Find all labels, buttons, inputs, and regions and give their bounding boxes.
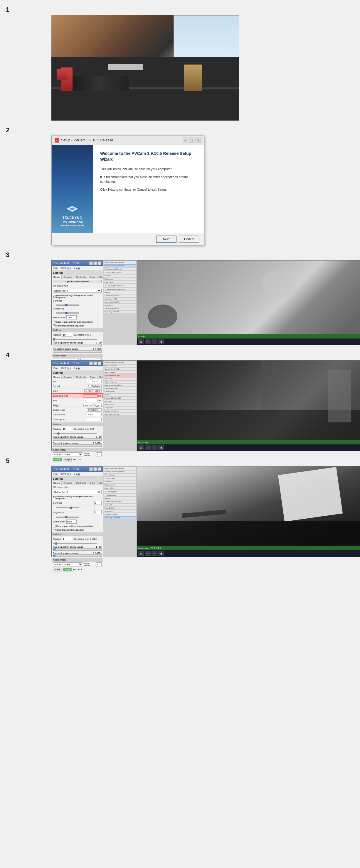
pvcam-menu-5[interactable]: File Settings Help	[52, 472, 103, 477]
taskbar-chrome-icon-5[interactable]: ◉	[158, 551, 164, 556]
contrast-slider-5[interactable]	[56, 507, 79, 508]
tab-centroids-5[interactable]: Centroids	[74, 481, 88, 485]
next-button[interactable]: Next	[156, 236, 176, 243]
acq-mode-select-5[interactable]: Live (circ. buffer)	[53, 562, 83, 566]
tab-centroids-4[interactable]: Centroids	[74, 375, 88, 379]
pvcam-tabs-4[interactable]: Basic Regions Centroids Color Saving Dis…	[52, 375, 103, 379]
pvcam-maximize-5[interactable]: □	[93, 467, 97, 471]
buffer-slider-row-4[interactable]	[52, 432, 103, 435]
contrast-slider-row-5[interactable]	[52, 506, 103, 509]
open-param-btn-3[interactable]: Open Parameter Browser	[53, 280, 102, 283]
clear-cycles-input-4[interactable]	[87, 418, 102, 421]
menu-help-4[interactable]: Help	[73, 366, 81, 370]
pvcam-close-3[interactable]: ✕	[98, 261, 101, 265]
exposure-input-4[interactable]	[83, 394, 98, 398]
maximize-button[interactable]: □	[189, 137, 194, 143]
buffer-slider-row-5[interactable]	[52, 541, 103, 545]
snap-frames-input-5[interactable]	[96, 562, 102, 566]
minimize-button[interactable]: −	[183, 137, 188, 143]
brightness-input-5[interactable]	[94, 510, 102, 514]
pvcam-tabs-3[interactable]: Basic Regions Centroids Color Saving Dis…	[52, 275, 103, 279]
auto-adjust-cb-5[interactable]: ✓	[53, 496, 55, 499]
brightness-slider-3[interactable]	[56, 312, 79, 314]
pvcam-menu-3[interactable]: File Settings Help	[52, 266, 103, 271]
menu-help-3[interactable]: Help	[73, 266, 81, 270]
fill-image-value-row-5[interactable]: Nothing (no fill)	[52, 489, 103, 495]
close-button[interactable]: ✕	[196, 137, 201, 143]
zoom-input-3[interactable]	[66, 315, 77, 319]
brightness-slider-row-5[interactable]	[52, 515, 103, 519]
zoom-input-5[interactable]	[66, 520, 77, 524]
pvcam-minimize-3[interactable]: −	[89, 261, 93, 265]
acq-mode-row-4[interactable]: Live (circ. buffer) Snap frames	[52, 452, 103, 457]
acq-btn-row-5[interactable]: Start Stop FPS: 34.9	[52, 567, 103, 572]
pvcam-titlebar-controls-5[interactable]: − □ ✕	[89, 467, 101, 471]
taskbar-chrome-icon-4[interactable]: ◉	[158, 445, 164, 450]
stop-btn-5[interactable]: Stop	[63, 568, 72, 571]
tab-regions-3[interactable]: Regions	[62, 275, 74, 279]
fill-image-select-3[interactable]: Nothing (no fill)	[53, 289, 102, 293]
show-image-cb-5[interactable]: ✓	[53, 529, 55, 531]
taskbar-start-icon-3[interactable]: ⊞	[138, 339, 144, 344]
pvcam-titlebar-controls-3[interactable]: − □ ✕	[89, 261, 101, 265]
cancel-button[interactable]: Cancel	[179, 236, 199, 243]
pvcam-minimize-5[interactable]: −	[89, 467, 93, 471]
tab-basic-3[interactable]: Basic	[52, 275, 62, 279]
exposure-row-4[interactable]: Exposure time ms	[52, 393, 103, 398]
frames-input-3[interactable]	[62, 333, 72, 337]
pvcam-maximize-3[interactable]: □	[93, 261, 97, 265]
taskbar-app-icon-4[interactable]: P	[145, 445, 150, 450]
menu-settings-5[interactable]: Settings	[60, 472, 72, 476]
taskbar-chrome-icon-3[interactable]: ◉	[158, 339, 164, 344]
buffer-slider-5[interactable]	[53, 543, 96, 544]
keep-regions-row-3[interactable]: ✓ Keep regions outlined during acquisiti…	[52, 320, 103, 324]
taskbar-app2-icon-5[interactable]: P	[151, 551, 157, 556]
menu-settings-3[interactable]: Settings	[60, 266, 72, 270]
acq-mode-select-4[interactable]: Live (circ. buffer)	[53, 452, 83, 457]
keep-regions-cb-5[interactable]: ✓	[53, 525, 55, 527]
snap-frames-input-4[interactable]	[96, 452, 102, 457]
show-image-cb-3[interactable]: ✓	[53, 324, 55, 327]
buffer-slider-row-3[interactable]	[52, 337, 103, 341]
brightness-slider-row-3[interactable]	[52, 311, 103, 315]
key-input-4[interactable]	[83, 399, 98, 402]
acq-mode-row-5[interactable]: Live (circ. buffer) Snap frames	[52, 562, 103, 567]
contrast-slider-3[interactable]	[56, 305, 79, 306]
titlebar-controls[interactable]: − □ ✕	[183, 137, 201, 143]
open-param-row-3[interactable]: Open Parameter Browser	[52, 279, 103, 284]
keep-regions-cb-3[interactable]: ✓	[53, 321, 55, 323]
brightness-slider-5[interactable]	[56, 517, 79, 518]
auto-adjust-cb-3[interactable]: ✓	[53, 295, 55, 298]
tab-regions-5[interactable]: Regions	[62, 481, 74, 485]
pvcam-maximize-4[interactable]: □	[93, 362, 97, 365]
tab-basic-5[interactable]: Basic	[52, 481, 62, 485]
menu-help-5[interactable]: Help	[73, 472, 81, 476]
start-btn-5[interactable]: Start	[53, 568, 62, 571]
frames-input-4[interactable]	[62, 427, 72, 431]
tab-basic-4[interactable]: Basic	[52, 375, 62, 379]
menu-file-3[interactable]: File	[52, 266, 59, 270]
fill-image-select-5[interactable]: Nothing (no fill)	[53, 490, 102, 494]
tab-color-3[interactable]: Color	[88, 275, 98, 279]
tab-regions-4[interactable]: Regions	[62, 375, 74, 379]
show-image-row-3[interactable]: ✓ Show image during acquisition	[52, 324, 103, 328]
auto-adjust-row-3[interactable]: ✓ Automatically adjust image contrast an…	[52, 293, 103, 299]
pvcam-tabs-5[interactable]: Basic Regions Centroids Color Saving Dis…	[52, 481, 103, 485]
buffer-slider-4[interactable]	[53, 433, 96, 434]
pvcam-menu-4[interactable]: File Settings Help	[52, 366, 103, 371]
taskbar-start-icon-4[interactable]: ⊞	[138, 445, 144, 450]
menu-file-5[interactable]: File	[52, 472, 59, 476]
taskbar-start-icon-5[interactable]: ⊞	[138, 551, 144, 556]
pvcam-titlebar-controls-4[interactable]: − □ ✕	[89, 362, 101, 365]
taskbar-app-icon-5[interactable]: P	[145, 551, 150, 556]
auto-adjust-row-5[interactable]: ✓ Automatically adjust image contrast an…	[52, 495, 103, 500]
setup-dialog[interactable]: ✦ Setup - PVCam 3.9.10.5 Release − □ ✕	[51, 135, 204, 245]
fill-image-value-row-3[interactable]: Nothing (no fill)	[52, 288, 103, 293]
taskbar-app2-icon-4[interactable]: P	[151, 445, 157, 450]
menu-file-4[interactable]: File	[52, 366, 59, 370]
show-image-row-5[interactable]: ✓ Show image during acquisition	[52, 528, 103, 532]
taskbar-app-icon-3[interactable]: P	[145, 339, 150, 344]
taskbar-app2-icon-3[interactable]: P	[151, 339, 157, 344]
pvcam-close-5[interactable]: ✕	[98, 467, 101, 471]
keep-regions-row-5[interactable]: ✓ Keep regions outlined during acquisiti…	[52, 524, 103, 528]
